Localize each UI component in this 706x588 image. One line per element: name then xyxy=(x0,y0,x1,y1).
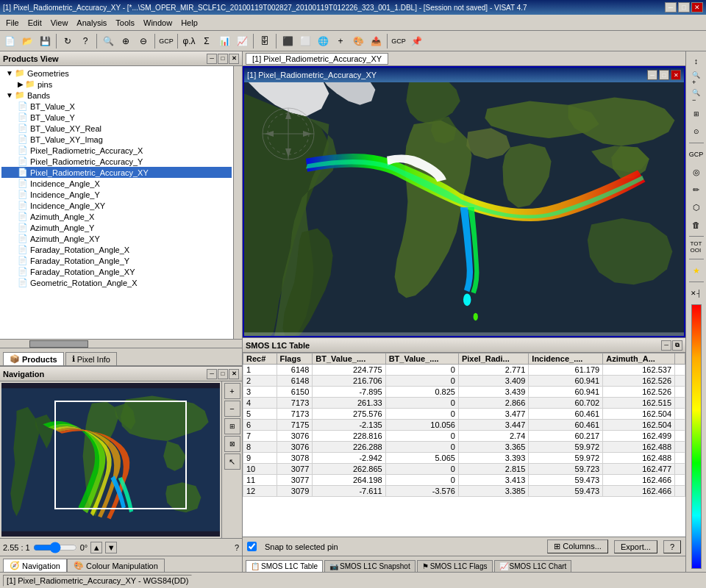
sidebar-gcp-btn[interactable]: GCP xyxy=(688,146,705,162)
table-row[interactable]: 8 3076 226.288 0 3.365 59.972 162.488 xyxy=(243,442,685,453)
img-minimize-btn[interactable]: ─ xyxy=(647,70,657,80)
tree-item-pixel_rad_acc_xy[interactable]: 📄Pixel_Radiometric_Accuracy_XY xyxy=(1,167,232,178)
menu-analysis[interactable]: Analysis xyxy=(72,17,111,29)
toolbar-band-math[interactable]: + xyxy=(332,33,349,49)
menu-view[interactable]: View xyxy=(46,17,73,29)
sidebar-move-btn[interactable]: ↕ xyxy=(688,53,705,69)
close-button[interactable]: ✕ xyxy=(691,2,703,12)
tree-item-azimuth_angle_x[interactable]: 📄Azimuth_Angle_X xyxy=(1,211,232,222)
minimize-button[interactable]: ─ xyxy=(665,2,677,12)
tree-item-incidence_angle_y[interactable]: 📄Incidence_Angle_Y xyxy=(1,189,232,200)
nav-zoom-in-btn[interactable]: + xyxy=(224,383,240,399)
menu-edit[interactable]: Edit xyxy=(24,17,46,29)
table-row[interactable]: 6 7175 -2.135 10.056 3.447 60.461 162.50… xyxy=(243,420,685,431)
data-table[interactable]: Rec# Flags BT_Value_.... BT_Value_.... P… xyxy=(243,353,685,537)
menu-help[interactable]: Help xyxy=(176,17,202,29)
toolbar-help[interactable]: ? xyxy=(77,33,93,49)
tree-item-pixel_rad_acc_x[interactable]: 📄Pixel_Radiometric_Accuracy_X xyxy=(1,145,232,156)
toolbar-profile[interactable]: 📈 xyxy=(234,33,250,49)
table-row[interactable]: 4 7173 261.33 0 2.866 60.702 162.515 xyxy=(243,398,685,409)
maximize-button[interactable]: □ xyxy=(678,2,690,12)
toolbar-gcp[interactable]: GCP xyxy=(158,33,174,49)
nav-cursor-btn[interactable]: ↖ xyxy=(224,453,240,470)
nav-close-btn[interactable]: ✕ xyxy=(229,369,239,379)
nav-minimize-btn[interactable]: ─ xyxy=(207,369,217,379)
table-tab-flags[interactable]: ⚑ SMOS L1C Flags xyxy=(417,560,493,572)
toolbar-mosaic[interactable]: ⬛ xyxy=(279,33,296,49)
tree-item-incidence_angle_x[interactable]: 📄Incidence_Angle_X xyxy=(1,178,232,189)
table-row[interactable]: 11 3077 264.198 0 3.413 59.473 162.466 xyxy=(243,475,685,486)
nav-maximize-btn[interactable]: □ xyxy=(218,369,228,379)
nav-minimap[interactable] xyxy=(1,383,220,537)
zoom-slider[interactable] xyxy=(33,545,77,551)
nav-zoom-out-btn[interactable]: − xyxy=(224,401,240,417)
tab-products[interactable]: 📦 Products xyxy=(3,352,64,365)
tree-item-bands[interactable]: ▼📁Bands xyxy=(1,90,232,101)
table-minimize-btn[interactable]: ─ xyxy=(661,340,671,351)
table-row[interactable]: 5 7173 275.576 0 3.477 60.461 162.504 xyxy=(243,409,685,420)
panel-maximize-btn[interactable]: □ xyxy=(218,54,228,64)
toolbar-new[interactable]: 📄 xyxy=(1,33,18,49)
img-maximize-btn[interactable]: □ xyxy=(659,70,669,80)
sidebar-zoom-out-btn[interactable]: 🔍− xyxy=(688,88,705,104)
nav-fit-btn[interactable]: ⊞ xyxy=(224,418,240,434)
toolbar-open[interactable]: 📂 xyxy=(19,33,35,49)
toolbar-save[interactable]: 💾 xyxy=(37,33,53,49)
rotation-down-btn[interactable]: ▼ xyxy=(105,542,117,553)
columns-button[interactable]: ⊞ Columns... xyxy=(547,539,608,553)
toolbar-color[interactable]: 🎨 xyxy=(350,33,366,49)
sidebar-shape-btn[interactable]: ⬡ xyxy=(688,199,705,215)
table-row[interactable]: 3 6150 -7.895 0.825 3.439 60.941 162.526 xyxy=(243,387,685,398)
tree-item-geometric_rot_x[interactable]: 📄Geometric_Rotation_Angle_X xyxy=(1,277,232,288)
toolbar-sigma[interactable]: Σ xyxy=(199,33,215,49)
toolbar-search[interactable]: 🔍 xyxy=(100,33,116,49)
menu-tools[interactable]: Tools xyxy=(111,17,139,29)
sidebar-delete-btn[interactable]: 🗑 xyxy=(688,217,705,233)
toolbar-refresh[interactable]: ↻ xyxy=(60,33,76,49)
export-button[interactable]: Export... xyxy=(614,540,657,553)
tree-item-incidence_angle_xy[interactable]: 📄Incidence_Angle_XY xyxy=(1,200,232,211)
table-row[interactable]: 2 6148 216.706 0 3.409 60.941 162.526 xyxy=(243,376,685,387)
tree-item-bt_value_xy_real[interactable]: 📄BT_Value_XY_Real xyxy=(1,123,232,134)
tree-item-faraday_rot_x[interactable]: 📄Faraday_Rotation_Angle_X xyxy=(1,244,232,255)
toolbar-reproj[interactable]: 🌐 xyxy=(315,33,331,49)
table-restore-btn[interactable]: ⧉ xyxy=(672,340,682,351)
toolbar-pin[interactable]: 📌 xyxy=(408,33,424,49)
table-tab-snapshot[interactable]: 📷 SMOS L1C Snapshot xyxy=(324,560,416,572)
image-tab-main[interactable]: [1] Pixel_Radiometric_Accuracy_XY xyxy=(246,53,388,65)
sidebar-spectrum-btn[interactable]: ✕┤ xyxy=(688,285,705,301)
nav-sync-btn[interactable]: ⊠ xyxy=(224,436,240,452)
toolbar-stat[interactable]: 📊 xyxy=(216,33,232,49)
toolbar-db[interactable]: 🗄 xyxy=(257,33,273,49)
nav-help-btn[interactable]: ? xyxy=(235,543,239,552)
tree-scrollbar[interactable] xyxy=(233,66,242,339)
horizontal-scrollbar[interactable] xyxy=(0,339,242,348)
nav-tab-navigation[interactable]: 🧭 Navigation xyxy=(3,559,67,572)
tree-item-bt_value_x[interactable]: 📄BT_Value_X xyxy=(1,101,232,112)
table-row[interactable]: 7 3076 228.816 0 2.74 60.217 162.499 xyxy=(243,431,685,442)
tree-item-azimuth_angle_y[interactable]: 📄Azimuth_Angle_Y xyxy=(1,222,232,233)
table-row[interactable]: 9 3078 -2.942 5.065 3.393 59.972 162.488 xyxy=(243,453,685,464)
table-help-button[interactable]: ? xyxy=(663,540,681,553)
sidebar-star-btn[interactable]: ★ xyxy=(688,262,705,279)
menu-window[interactable]: Window xyxy=(139,17,176,29)
sidebar-tot-btn[interactable]: TOTOOI xyxy=(688,240,705,256)
tree-item-faraday_rot_xy[interactable]: 📄Faraday_Rotation_Angle_XY xyxy=(1,266,232,277)
world-map-display[interactable] xyxy=(244,82,684,336)
table-tab-chart[interactable]: 📈 SMOS L1C Chart xyxy=(494,560,572,572)
table-row[interactable]: 1 6148 224.775 0 2.771 61.179 162.537 xyxy=(243,365,685,376)
tree-item-azimuth_angle_xy[interactable]: 📄Azimuth_Angle_XY xyxy=(1,233,232,244)
table-row[interactable]: 12 3079 -7.611 -3.576 3.385 59.473 162.4… xyxy=(243,486,685,497)
tree-item-bt_value_y[interactable]: 📄BT_Value_Y xyxy=(1,112,232,123)
toolbar-gcp2[interactable]: GCP xyxy=(391,33,407,49)
tree-item-bt_value_xy_imag[interactable]: 📄BT_Value_XY_Imag xyxy=(1,134,232,145)
sidebar-zoom-all-btn[interactable]: ⊙ xyxy=(688,123,705,140)
snap-checkbox[interactable] xyxy=(247,542,257,551)
rotation-up-btn[interactable]: ▲ xyxy=(90,542,102,553)
tree-item-pins[interactable]: ▶📁pins xyxy=(1,79,232,90)
tab-pixel-info[interactable]: ℹ Pixel Info xyxy=(65,352,117,365)
nav-tab-colour[interactable]: 🎨 Colour Manipulation xyxy=(67,559,165,572)
toolbar-zoom-out[interactable]: ⊖ xyxy=(135,33,151,49)
table-tab-l1c[interactable]: 📋 SMOS L1C Table xyxy=(246,560,323,572)
sidebar-pin-btn[interactable]: ◎ xyxy=(688,164,705,180)
